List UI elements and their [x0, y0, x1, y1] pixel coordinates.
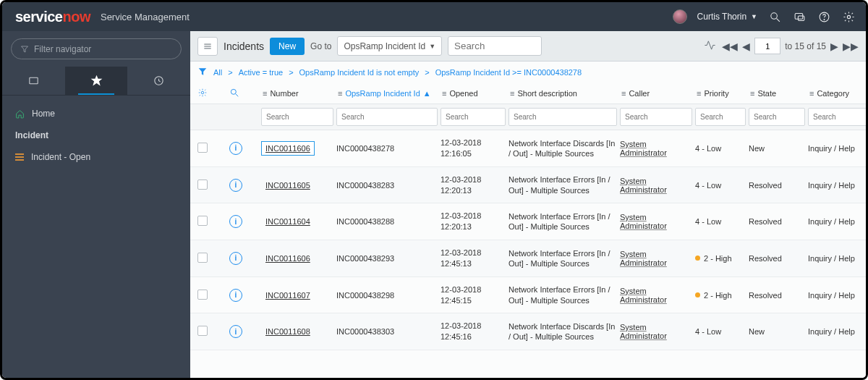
- preview-record-icon[interactable]: i: [229, 179, 242, 192]
- svg-point-15: [201, 91, 204, 94]
- row-checkbox[interactable]: [197, 143, 208, 153]
- incident-number-link[interactable]: INC0011608: [261, 324, 315, 339]
- svg-point-5: [824, 19, 825, 20]
- cell-opened: 12-03-201812:45:16: [441, 321, 506, 342]
- list-menu-button[interactable]: [197, 37, 218, 56]
- incident-number-link[interactable]: INC0011605: [261, 178, 315, 193]
- breadcrumb-all[interactable]: All: [213, 68, 222, 77]
- priority-dot-icon: [695, 292, 700, 297]
- row-checkbox[interactable]: [197, 326, 208, 336]
- avatar[interactable]: [673, 9, 687, 24]
- caller-link[interactable]: SystemAdministrator: [620, 323, 667, 340]
- user-name[interactable]: Curtis Thorin: [697, 12, 746, 22]
- preview-record-icon[interactable]: i: [229, 289, 242, 302]
- goto-search-input[interactable]: [448, 36, 542, 56]
- row-checkbox[interactable]: [197, 290, 208, 300]
- filter-funnel-icon[interactable]: [197, 67, 208, 78]
- sidebar: Filter navigator Home Incident: [2, 31, 190, 378]
- col-opened[interactable]: ≡Opened: [441, 83, 506, 104]
- cell-priority: 2 - High: [695, 291, 746, 300]
- activity-stream-icon[interactable]: [704, 39, 716, 54]
- cell-category: Inquiry / Help: [808, 181, 866, 190]
- last-page-button[interactable]: ▶▶: [843, 41, 859, 52]
- col-opsramp[interactable]: ≡OpsRamp Incident Id▲: [336, 83, 438, 104]
- search-caller[interactable]: [620, 108, 692, 126]
- breadcrumb-item[interactable]: OpsRamp Incident Id is not empty: [299, 68, 420, 77]
- filter-navigator-input[interactable]: Filter navigator: [11, 38, 182, 59]
- caller-link[interactable]: SystemAdministrator: [620, 250, 667, 267]
- incident-number-link[interactable]: INC0011604: [261, 214, 315, 229]
- preview-record-icon[interactable]: i: [229, 215, 242, 228]
- caller-link[interactable]: SystemAdministrator: [620, 287, 667, 304]
- col-short-desc[interactable]: ≡Short description: [509, 83, 617, 104]
- cell-opsramp: INC0000438278: [336, 144, 438, 153]
- breadcrumb-item[interactable]: Active = true: [239, 68, 283, 77]
- caller-link[interactable]: SystemAdministrator: [620, 140, 667, 157]
- search-desc[interactable]: [509, 108, 617, 126]
- sidebar-item-home[interactable]: Home: [2, 103, 190, 124]
- incident-number-link[interactable]: INC0011606: [261, 251, 315, 266]
- gear-icon[interactable]: [841, 9, 856, 24]
- search-priority[interactable]: [695, 108, 746, 126]
- row-checkbox[interactable]: [197, 180, 208, 190]
- preview-record-icon[interactable]: i: [229, 142, 242, 155]
- incident-number-link[interactable]: INC0011607: [261, 288, 315, 303]
- page-input[interactable]: [754, 38, 780, 54]
- search-category[interactable]: [808, 108, 866, 126]
- row-checkbox[interactable]: [197, 253, 208, 263]
- caller-link[interactable]: SystemAdministrator: [620, 177, 667, 194]
- first-page-button[interactable]: ◀◀: [722, 41, 738, 52]
- list-icon: [15, 153, 24, 161]
- cell-opsramp: INC0000438298: [336, 291, 438, 300]
- search-opsramp[interactable]: [336, 108, 438, 126]
- cell-priority: 2 - High: [695, 254, 746, 263]
- cell-opened: 12-03-201812:45:13: [441, 248, 506, 269]
- sidebar-item-incident-open[interactable]: Incident - Open: [2, 146, 190, 168]
- search-number[interactable]: [261, 108, 333, 126]
- help-icon[interactable]: [817, 9, 831, 24]
- cell-priority: 4 - Low: [695, 217, 746, 226]
- next-page-button[interactable]: ▶: [830, 41, 838, 52]
- search-opened[interactable]: [441, 108, 506, 126]
- personalize-columns-icon[interactable]: [197, 88, 226, 100]
- col-number[interactable]: ≡Number: [261, 83, 333, 104]
- nav-tabs: [2, 67, 190, 96]
- breadcrumb-item[interactable]: OpsRamp Incident Id >= INC0000438278: [435, 68, 582, 77]
- new-button[interactable]: New: [270, 38, 305, 55]
- search-icon[interactable]: [767, 9, 782, 24]
- goto-label: Go to: [310, 41, 331, 51]
- svg-point-16: [231, 89, 236, 94]
- cell-opsramp: INC0000438283: [336, 181, 438, 190]
- incident-number-link[interactable]: INC0011606: [261, 141, 315, 156]
- data-rows: i INC0011606 INC0000438278 12-03-201812:…: [190, 130, 866, 378]
- sidebar-item-incident[interactable]: Incident: [2, 124, 190, 146]
- list-title: Incidents: [224, 41, 264, 52]
- sidebar-item-label: Home: [32, 109, 55, 119]
- row-checkbox[interactable]: [197, 216, 208, 226]
- table-row: i INC0011607 INC0000438298 12-03-201812:…: [190, 277, 866, 314]
- nav-tab-history[interactable]: [127, 67, 190, 95]
- preview-record-icon[interactable]: i: [229, 252, 242, 265]
- cell-description: Network Interface Errors [In / Out] - Mu…: [509, 248, 617, 269]
- col-state[interactable]: ≡State: [749, 83, 805, 104]
- col-priority[interactable]: ≡Priority: [695, 83, 746, 104]
- search-state[interactable]: [749, 108, 805, 126]
- col-caller[interactable]: ≡Caller: [620, 83, 692, 104]
- toggle-search-icon[interactable]: [229, 88, 258, 100]
- user-menu-caret-icon[interactable]: ▼: [751, 13, 757, 20]
- nav-tab-all[interactable]: [2, 67, 65, 95]
- chat-icon[interactable]: [792, 9, 807, 24]
- goto-field-select[interactable]: OpsRamp Incident Id ▼: [337, 36, 442, 56]
- preview-record-icon[interactable]: i: [229, 325, 242, 338]
- caller-link[interactable]: SystemAdministrator: [620, 213, 667, 230]
- cell-state: New: [749, 144, 805, 153]
- table-row: i INC0011606 INC0000438293 12-03-201812:…: [190, 240, 866, 277]
- cell-priority: 4 - Low: [695, 144, 746, 153]
- column-headers: ≡Number ≡OpsRamp Incident Id▲ ≡Opened ≡S…: [190, 83, 866, 104]
- nav-tab-favorites[interactable]: [65, 67, 128, 95]
- svg-line-17: [236, 93, 239, 96]
- col-category[interactable]: ≡Category: [808, 83, 866, 104]
- cell-description: Network Interface Errors [In / Out] - Mu…: [509, 174, 617, 195]
- prev-page-button[interactable]: ◀: [742, 41, 750, 52]
- content-area: Incidents New Go to OpsRamp Incident Id …: [190, 31, 866, 378]
